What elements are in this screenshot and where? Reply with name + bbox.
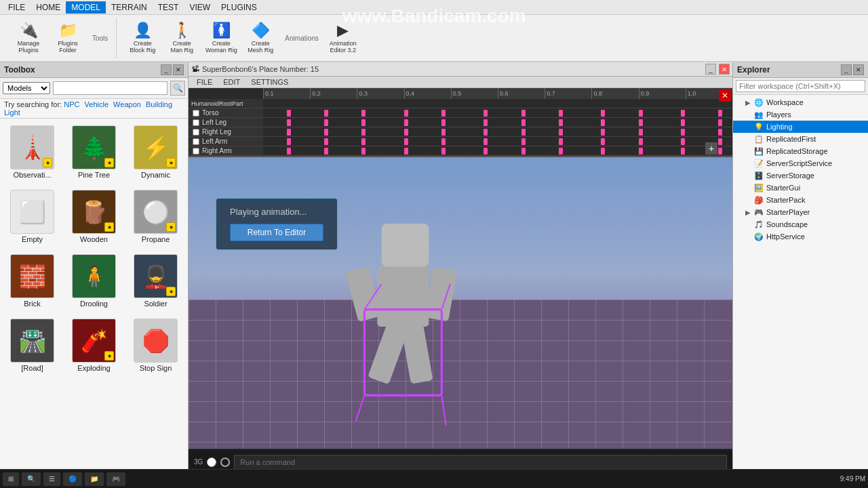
keyframe[interactable]	[404, 119, 408, 126]
keyframe[interactable]	[287, 110, 291, 117]
toolbox-search-input[interactable]	[53, 81, 167, 95]
explorer-filter-input[interactable]	[736, 80, 865, 92]
anim-menu-file[interactable]: FILE	[191, 77, 218, 87]
keyframe[interactable]	[441, 138, 446, 145]
keyframe[interactable]	[361, 110, 366, 117]
keyframe[interactable]	[484, 148, 488, 155]
keyframe[interactable]	[441, 129, 446, 136]
keyframe[interactable]	[404, 129, 408, 136]
keyframe[interactable]	[601, 129, 605, 136]
taskbar-task-view[interactable]: ☰	[43, 472, 60, 486]
keyframe[interactable]	[718, 138, 722, 145]
toolbox-item[interactable]: ⚪ ★ Propane	[127, 187, 184, 246]
suggestion-building[interactable]: Building	[146, 100, 172, 108]
explorer-tree-item[interactable]: 👥 Players	[733, 108, 868, 121]
keyframe[interactable]	[484, 138, 488, 145]
keyframe[interactable]	[521, 138, 526, 145]
keyframe[interactable]	[361, 148, 366, 155]
keyframe[interactable]	[639, 138, 643, 145]
toolbox-item[interactable]: 🗼 ★ Observati...	[4, 123, 60, 182]
keyframe[interactable]	[361, 129, 366, 136]
track-checkbox[interactable]	[193, 148, 199, 155]
create-block-rig-button[interactable]: 👤 CreateBlock Rig	[125, 18, 160, 58]
toolbox-item[interactable]: 🛣️ [Road]	[4, 316, 60, 375]
explorer-tree-item[interactable]: ▶ 🌐 Workspace	[733, 96, 868, 108]
taskbar-app1[interactable]: 🎮	[106, 472, 125, 486]
track-checkbox[interactable]	[193, 129, 199, 136]
toolbox-item[interactable]: ⚡ ★ Dynamic	[127, 123, 184, 182]
keyframe[interactable]	[484, 129, 488, 136]
explorer-tree-item[interactable]: 📋 ReplicatedFirst	[733, 133, 868, 145]
return-to-editor-button[interactable]: Return To Editor	[230, 224, 323, 241]
keyframe[interactable]	[484, 110, 488, 117]
toolbox-item[interactable]: 🌲 ★ Pine Tree	[66, 123, 122, 182]
toolbox-item[interactable]: 💂 ★ Soldier	[127, 251, 184, 310]
keyframe[interactable]	[441, 119, 446, 126]
game-viewport[interactable]: Playing animation... Return To Editor	[189, 157, 732, 449]
explorer-close-button[interactable]: ✕	[853, 64, 864, 75]
keyframe[interactable]	[639, 148, 643, 155]
menu-view[interactable]: VIEW	[184, 1, 216, 14]
anim-close-button[interactable]: ✕	[719, 64, 730, 75]
search-button[interactable]: 🔍	[170, 81, 185, 96]
explorer-tree-item[interactable]: 🌍 HttpService	[733, 230, 868, 243]
taskbar-search[interactable]: 🔍	[22, 472, 41, 486]
timeline-close-button[interactable]: ✕	[719, 89, 731, 102]
keyframe[interactable]	[681, 148, 685, 155]
toolbox-item[interactable]: 🧱 Brick	[4, 251, 60, 310]
menu-model[interactable]: MODEL	[66, 1, 106, 14]
taskbar-start-button[interactable]: ⊞	[3, 472, 19, 486]
keyframe[interactable]	[324, 129, 328, 136]
explorer-tree-item[interactable]: 💾 ReplicatedStorage	[733, 145, 868, 157]
keyframe[interactable]	[521, 129, 526, 136]
suggestion-light[interactable]: Light	[4, 108, 20, 117]
taskbar-file-explorer[interactable]: 📁	[85, 472, 104, 486]
explorer-tree-item[interactable]: 💡 Lighting	[733, 121, 868, 133]
menu-home[interactable]: HOME	[31, 1, 66, 14]
keyframe[interactable]	[441, 110, 446, 117]
toolbox-category-dropdown[interactable]: Models	[3, 82, 50, 94]
keyframe[interactable]	[324, 148, 328, 155]
plugins-folder-button[interactable]: 📁 PluginsFolder	[50, 18, 85, 58]
explorer-tree-item[interactable]: 🖼️ StarterGui	[733, 182, 868, 194]
keyframe[interactable]	[601, 119, 605, 126]
keyframe[interactable]	[559, 119, 563, 126]
keyframe[interactable]	[559, 110, 563, 117]
keyframe[interactable]	[287, 129, 291, 136]
keyframe[interactable]	[559, 129, 563, 136]
create-woman-rig-button[interactable]: 🚺 CreateWoman Rig	[203, 18, 239, 58]
manage-plugins-button[interactable]: 🔌 Manage Plugins	[11, 18, 46, 58]
keyframe[interactable]	[484, 119, 488, 126]
keyframe[interactable]	[404, 148, 408, 155]
keyframe[interactable]	[718, 129, 722, 136]
keyframe[interactable]	[681, 138, 685, 145]
animation-editor-button[interactable]: ▶ AnimationEditor 3.2	[326, 18, 361, 58]
toolbox-close-button[interactable]: ✕	[173, 64, 184, 75]
explorer-tree-item[interactable]: ▶ 🎮 StarterPlayer	[733, 206, 868, 218]
keyframe[interactable]	[639, 129, 643, 136]
keyframe[interactable]	[681, 110, 685, 117]
keyframe[interactable]	[324, 110, 328, 117]
keyframe[interactable]	[601, 138, 605, 145]
keyframe[interactable]	[718, 119, 722, 126]
suggestion-vehicle[interactable]: Vehicle	[85, 100, 108, 108]
keyframe[interactable]	[601, 110, 605, 117]
explorer-tree-item[interactable]: 🎵 Soundscape	[733, 218, 868, 230]
keyframe[interactable]	[287, 148, 291, 155]
keyframe[interactable]	[361, 138, 366, 145]
anim-minimize-button[interactable]: _	[705, 64, 716, 75]
taskbar-chrome[interactable]: 🔵	[63, 472, 82, 486]
menu-file[interactable]: FILE	[3, 1, 31, 14]
keyframe[interactable]	[521, 119, 526, 126]
keyframe[interactable]	[681, 119, 685, 126]
keyframe[interactable]	[404, 138, 408, 145]
keyframe[interactable]	[361, 119, 366, 126]
track-checkbox[interactable]	[193, 110, 199, 117]
timeline-add-keyframe-button[interactable]: +	[705, 142, 717, 155]
anim-menu-settings[interactable]: SETTINGS	[245, 77, 294, 87]
toolbox-minimize-button[interactable]: _	[161, 64, 172, 75]
keyframe[interactable]	[718, 148, 722, 155]
keyframe[interactable]	[287, 119, 291, 126]
suggestion-weapon[interactable]: Weapon	[113, 100, 141, 108]
keyframe[interactable]	[681, 129, 685, 136]
